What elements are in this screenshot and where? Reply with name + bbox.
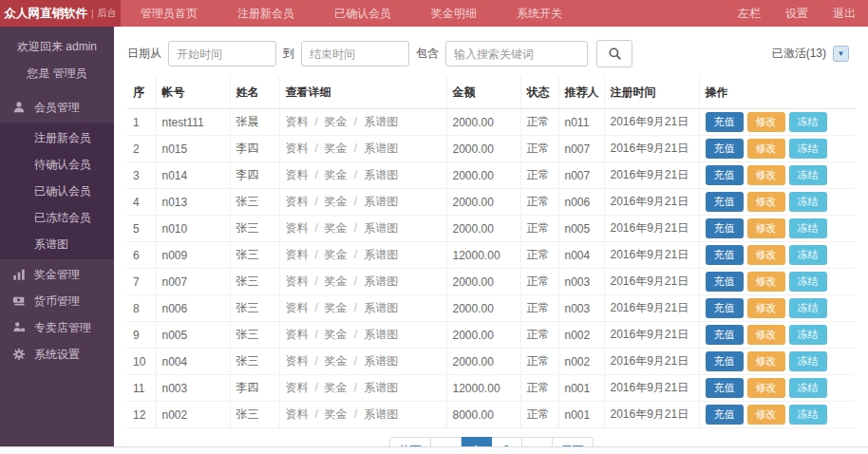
bonus-link[interactable]: 奖金 — [325, 142, 348, 155]
genealogy-link[interactable]: 系谱图 — [364, 407, 398, 421]
nav-left-column[interactable]: 左栏 — [726, 0, 773, 27]
recharge-button[interactable]: 充值 — [706, 272, 744, 292]
nav-confirmed-members[interactable]: 已确认会员 — [314, 0, 411, 27]
sidebar-subitem-confirmed-members[interactable]: 已确认会员 — [0, 178, 114, 204]
sidebar-item-store-mgmt[interactable]: 专卖店管理 — [0, 314, 114, 341]
freeze-button[interactable]: 冻结 — [789, 245, 827, 265]
sidebar-subitem-register-member[interactable]: 注册新会员 — [0, 124, 114, 151]
last-page-button[interactable]: 尾页 — [553, 437, 594, 446]
genealogy-link[interactable]: 系谱图 — [364, 115, 398, 128]
nav-bonus-details[interactable]: 奖金明细 — [411, 0, 497, 27]
recharge-button[interactable]: 充值 — [706, 139, 744, 159]
recharge-button[interactable]: 充值 — [706, 378, 744, 398]
recharge-button[interactable]: 充值 — [706, 245, 744, 265]
next-page-button[interactable]: > — [522, 437, 553, 446]
modify-button[interactable]: 修改 — [747, 325, 785, 345]
bonus-link[interactable]: 奖金 — [325, 274, 348, 288]
modify-button[interactable]: 修改 — [747, 378, 785, 398]
recharge-button[interactable]: 充值 — [706, 325, 744, 345]
genealogy-link[interactable]: 系谱图 — [364, 301, 398, 314]
profile-link[interactable]: 资料 — [286, 195, 309, 208]
freeze-button[interactable]: 冻结 — [789, 325, 827, 345]
date-to-input[interactable] — [301, 41, 409, 66]
bonus-link[interactable]: 奖金 — [325, 115, 348, 128]
recharge-button[interactable]: 充值 — [706, 112, 744, 132]
recharge-button[interactable]: 充值 — [706, 165, 744, 185]
date-from-input[interactable] — [168, 41, 276, 66]
recharge-button[interactable]: 充值 — [706, 298, 744, 318]
nav-register-member[interactable]: 注册新会员 — [217, 0, 314, 27]
bonus-link[interactable]: 奖金 — [325, 248, 348, 261]
sidebar-subitem-pending-members[interactable]: 待确认会员 — [0, 151, 114, 178]
freeze-button[interactable]: 冻结 — [789, 272, 827, 292]
modify-button[interactable]: 修改 — [747, 405, 785, 425]
profile-link[interactable]: 资料 — [286, 354, 309, 368]
genealogy-link[interactable]: 系谱图 — [364, 328, 398, 341]
modify-button[interactable]: 修改 — [747, 298, 785, 318]
genealogy-link[interactable]: 系谱图 — [364, 248, 398, 261]
profile-link[interactable]: 资料 — [286, 407, 309, 421]
bonus-link[interactable]: 奖金 — [325, 328, 348, 341]
profile-link[interactable]: 资料 — [286, 328, 309, 341]
profile-link[interactable]: 资料 — [286, 221, 309, 235]
bonus-link[interactable]: 奖金 — [325, 354, 348, 368]
modify-button[interactable]: 修改 — [747, 351, 785, 371]
modify-button[interactable]: 修改 — [747, 139, 785, 159]
freeze-button[interactable]: 冻结 — [789, 351, 827, 371]
freeze-button[interactable]: 冻结 — [789, 192, 827, 212]
keyword-search-input[interactable] — [445, 41, 588, 66]
sidebar-item-member-mgmt[interactable]: 会员管理 — [0, 94, 114, 121]
modify-button[interactable]: 修改 — [747, 112, 785, 132]
nav-admin-home[interactable]: 管理员首页 — [121, 0, 217, 27]
nav-system-switch[interactable]: 系统开关 — [497, 0, 582, 27]
freeze-button[interactable]: 冻结 — [789, 165, 827, 185]
freeze-button[interactable]: 冻结 — [789, 218, 827, 238]
sidebar-subitem-genealogy[interactable]: 系谱图 — [0, 231, 114, 257]
genealogy-link[interactable]: 系谱图 — [364, 274, 398, 288]
recharge-button[interactable]: 充值 — [706, 192, 744, 212]
page-button[interactable]: 1 — [462, 437, 492, 446]
recharge-button[interactable]: 充值 — [706, 405, 744, 425]
profile-link[interactable]: 资料 — [286, 274, 309, 288]
recharge-button[interactable]: 充值 — [706, 218, 744, 238]
freeze-button[interactable]: 冻结 — [789, 298, 827, 318]
status-filter-dropdown[interactable]: 已激活(13) ▼ — [772, 46, 855, 62]
sidebar-item-system-settings[interactable]: 系统设置 — [0, 341, 114, 368]
modify-button[interactable]: 修改 — [747, 272, 785, 292]
genealogy-link[interactable]: 系谱图 — [364, 142, 398, 155]
page-button[interactable]: 2 — [492, 437, 522, 446]
bonus-link[interactable]: 奖金 — [325, 407, 348, 421]
profile-link[interactable]: 资料 — [286, 115, 309, 128]
modify-button[interactable]: 修改 — [747, 165, 785, 185]
freeze-button[interactable]: 冻结 — [789, 405, 827, 425]
first-page-button[interactable]: 首页 — [389, 437, 431, 446]
sidebar-subitem-frozen-members[interactable]: 已冻结会员 — [0, 204, 114, 231]
modify-button[interactable]: 修改 — [747, 218, 785, 238]
search-button[interactable] — [596, 40, 632, 67]
profile-link[interactable]: 资料 — [286, 168, 309, 181]
profile-link[interactable]: 资料 — [286, 301, 309, 314]
prev-page-button[interactable]: < — [431, 437, 462, 446]
genealogy-link[interactable]: 系谱图 — [364, 381, 398, 394]
nav-settings[interactable]: 设置 — [773, 0, 821, 27]
genealogy-link[interactable]: 系谱图 — [364, 354, 398, 368]
bonus-link[interactable]: 奖金 — [325, 168, 348, 181]
sidebar-item-currency-mgmt[interactable]: 货币管理 — [0, 288, 114, 314]
freeze-button[interactable]: 冻结 — [789, 112, 827, 132]
recharge-button[interactable]: 充值 — [706, 351, 744, 371]
genealogy-link[interactable]: 系谱图 — [364, 168, 398, 181]
genealogy-link[interactable]: 系谱图 — [364, 195, 398, 208]
modify-button[interactable]: 修改 — [747, 192, 785, 212]
modify-button[interactable]: 修改 — [747, 245, 785, 265]
sidebar-item-bonus-mgmt[interactable]: 奖金管理 — [0, 261, 114, 288]
genealogy-link[interactable]: 系谱图 — [364, 221, 398, 235]
profile-link[interactable]: 资料 — [286, 248, 309, 261]
bonus-link[interactable]: 奖金 — [325, 195, 348, 208]
bonus-link[interactable]: 奖金 — [325, 381, 348, 394]
profile-link[interactable]: 资料 — [286, 142, 309, 155]
nav-logout[interactable]: 退出 — [821, 0, 868, 27]
bonus-link[interactable]: 奖金 — [325, 301, 348, 314]
freeze-button[interactable]: 冻结 — [789, 378, 827, 398]
freeze-button[interactable]: 冻结 — [789, 139, 827, 159]
profile-link[interactable]: 资料 — [286, 381, 309, 394]
